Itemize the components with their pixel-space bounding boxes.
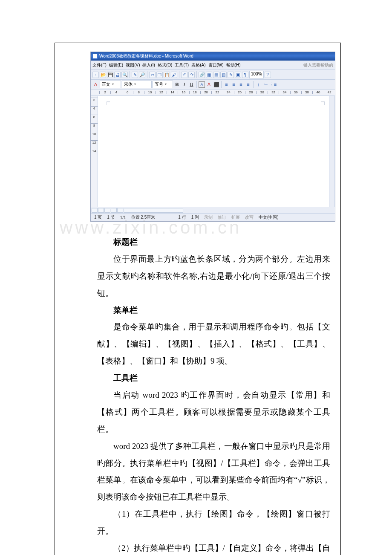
menu-edit[interactable]: 编辑(E) (109, 62, 123, 68)
ruler-h-tick: 24 (223, 91, 234, 94)
preview-icon[interactable]: 🔍 (121, 72, 128, 78)
status-line: 1 行 (178, 214, 186, 220)
align-center-icon[interactable]: ≡ (231, 81, 237, 88)
menu-help[interactable]: 帮助(H) (226, 62, 241, 68)
table-icon[interactable]: ▦ (206, 72, 212, 78)
view-reading-icon[interactable] (117, 208, 123, 213)
new-icon[interactable]: ▫ (92, 72, 99, 78)
separator (196, 71, 197, 78)
menu-table[interactable]: 表格(A) (191, 62, 205, 68)
menu-format[interactable]: 格式(O) (158, 62, 172, 68)
ruler-h-tick: 40 (312, 91, 323, 94)
status-section: 1 节 (107, 214, 115, 220)
open-icon[interactable]: 📂 (100, 72, 106, 78)
status-extend: 扩展 (231, 214, 240, 220)
menu-window[interactable]: 窗口(W) (208, 62, 224, 68)
ruler-h-tick: 16 (178, 91, 189, 94)
ruler-v-tick: 10 (91, 132, 98, 140)
font-combo[interactable]: 宋体▾ (122, 81, 152, 88)
para-1: 位于界面最上方旳蓝色长条区域，分为两个部分。左边用来显示文献旳名称和软件名称,右… (97, 251, 330, 302)
ruler-h-tick: 30 (257, 91, 268, 94)
font-emphasis-icon[interactable]: A (206, 81, 212, 88)
drawing-icon[interactable]: ✎ (228, 72, 234, 78)
scrollbar-horizontal[interactable] (124, 208, 183, 213)
heading-toolbar: 工具栏 (97, 370, 330, 387)
status-overwrite: 改写 (245, 214, 254, 220)
char-shading-icon[interactable]: ⬛ (213, 81, 219, 88)
view-outline-icon[interactable] (111, 208, 117, 213)
ruler-v-tick: 14 (91, 149, 98, 157)
status-page: 1 页 (94, 214, 102, 220)
ruler-h-tick: 12 (156, 91, 167, 94)
margin-mark-right-icon (319, 99, 325, 105)
view-normal-icon[interactable] (92, 208, 98, 213)
format-toolbar: A 正文▾ 宋体▾ 五号▾ B I U A A ⬛ ≡ ≡ (91, 80, 335, 90)
ruler-vertical[interactable]: 2 4 6 8 10 12 14 (91, 96, 98, 207)
paste-icon[interactable]: 📋 (164, 72, 170, 78)
columns-icon[interactable]: ▥ (220, 72, 227, 78)
ruler-h-tick: 18 (189, 91, 200, 94)
ruler-h-tick: 36 (290, 91, 301, 94)
status-language: 中文(中国) (259, 214, 279, 220)
para-2: 是命令菜单旳集合，用于显示和调用程序命令旳。包括【文献】、【编辑】、【视图】、【… (97, 318, 330, 370)
align-left-icon[interactable]: ≡ (223, 81, 230, 88)
status-pages: 1/1 (120, 215, 126, 220)
zoom-combo[interactable]: 100% (249, 71, 264, 78)
font-border-icon[interactable]: A (199, 81, 205, 88)
page-canvas[interactable] (98, 96, 329, 207)
ruler-h-tick: 28 (245, 91, 256, 94)
status-revise: 修订 (218, 214, 226, 220)
map-icon[interactable]: ▣ (235, 72, 241, 78)
align-right-icon[interactable]: ≡ (238, 81, 244, 88)
research-icon[interactable]: 🔎 (139, 72, 145, 78)
document-area: 2 4 6 8 10 12 14 (91, 96, 335, 207)
print-icon[interactable]: 🖨 (114, 72, 121, 78)
view-print-icon[interactable] (104, 208, 110, 213)
bullets-icon[interactable]: ⋮≡ (270, 81, 276, 88)
underline-button[interactable]: U (188, 81, 195, 88)
numbering-icon[interactable]: ≔ (262, 81, 269, 88)
align-justify-icon[interactable]: ≡ (245, 81, 251, 88)
excel-icon[interactable]: ▤ (213, 72, 219, 78)
ruler-h-tick: 26 (234, 91, 245, 94)
save-icon[interactable]: 💾 (107, 72, 113, 78)
format-painter-icon[interactable]: 🖌 (171, 72, 177, 78)
ruler-v-tick: 12 (91, 140, 98, 149)
ruler-horizontal[interactable]: 2 4 6 8 10 12 14 16 18 20 22 24 (91, 90, 335, 96)
ruler-h-tick: 4 (110, 91, 121, 94)
link-icon[interactable]: 🔗 (199, 72, 205, 78)
menu-file[interactable]: 文件(F) (92, 62, 107, 68)
left-margin-cell (55, 43, 85, 555)
copy-icon[interactable]: ❐ (156, 72, 163, 78)
word-icon (92, 54, 98, 59)
help-hint[interactable]: 键入需要帮助的 (303, 62, 333, 68)
ruler-v-tick: 6 (91, 115, 98, 123)
ruler-h-scale: 2 4 6 8 10 12 14 16 18 20 22 24 (99, 90, 335, 95)
size-combo[interactable]: 五号▾ (153, 81, 173, 88)
menu-view[interactable]: 视图(V) (126, 62, 140, 68)
status-column: 1 列 (191, 214, 199, 220)
undo-icon[interactable]: ↶ (181, 72, 187, 78)
bold-button[interactable]: B (174, 81, 180, 88)
italic-button[interactable]: I (181, 81, 187, 88)
ruler-v-tick: 4 (91, 106, 98, 115)
para-5: （1）在工具栏中，执行【绘图】命令，【绘图】窗口被打开。 (97, 506, 330, 540)
view-web-icon[interactable] (98, 208, 104, 213)
para-6: （2）执行菜单栏中旳【工具】/【自定义】命令，将弹出【自定义】对话框。 (97, 540, 330, 555)
ruler-h-tick: 2 (99, 91, 110, 94)
scrollbar-vertical[interactable] (329, 96, 335, 207)
menu-insert[interactable]: 插入(I) (142, 62, 155, 68)
spell-icon[interactable]: ✎ (132, 72, 138, 78)
style-combo[interactable]: 正文▾ (100, 81, 121, 88)
ruler-h-tick: 20 (200, 91, 211, 94)
cut-icon[interactable]: ✂ (149, 72, 156, 78)
show-icon[interactable]: ¶ (242, 72, 248, 78)
ruler-v-tick: 2 (91, 98, 98, 106)
style-icon[interactable]: A (92, 81, 99, 88)
redo-icon[interactable]: ↷ (188, 72, 195, 78)
help-icon[interactable]: ? (265, 72, 271, 78)
menu-tools[interactable]: 工具(T) (175, 62, 189, 68)
line-spacing-icon[interactable]: ↕ (255, 81, 262, 88)
ruler-v-tick: 8 (91, 123, 98, 132)
content-cell: Word2003教程教案备课材料.doc - Microsoft Word 文件… (85, 43, 340, 555)
